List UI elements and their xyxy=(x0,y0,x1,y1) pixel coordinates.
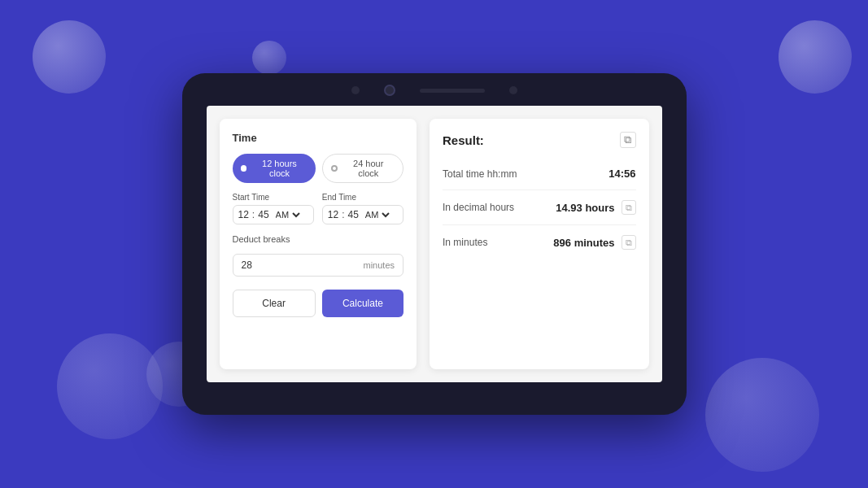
start-hours[interactable]: 12 xyxy=(238,209,249,220)
time-inputs-row: Start Time 12 : 45 AM PM End Time 12 xyxy=(233,193,404,224)
decorative-blob-2 xyxy=(252,41,286,75)
result-row-minutes: In minutes 896 minutes ⧉ xyxy=(443,225,635,259)
radio-dot-active xyxy=(241,165,247,172)
total-time-label: Total time hh:mm xyxy=(443,168,517,180)
copy-all-icon[interactable]: ⧉ xyxy=(620,132,636,148)
end-colon: : xyxy=(342,209,344,220)
24-hour-clock-option[interactable]: 24 hour clock xyxy=(322,154,403,183)
start-time-label: Start Time xyxy=(233,193,314,202)
calculate-button[interactable]: Calculate xyxy=(322,290,403,317)
24-hour-label: 24 hour clock xyxy=(342,159,395,178)
copy-decimal-hours-icon[interactable]: ⧉ xyxy=(622,200,636,215)
12-hour-label: 12 hours clock xyxy=(251,159,308,178)
start-period-select[interactable]: AM PM xyxy=(273,209,303,220)
copy-minutes-icon[interactable]: ⧉ xyxy=(622,235,636,250)
end-time-label: End Time xyxy=(322,193,403,202)
result-header: Result: ⧉ xyxy=(443,132,635,148)
decorative-blob-6 xyxy=(705,358,819,472)
break-value-input[interactable] xyxy=(242,259,364,271)
end-minutes[interactable]: 45 xyxy=(347,209,358,220)
left-panel: Time 12 hours clock 24 hour clock Start … xyxy=(220,119,417,369)
end-time-group: End Time 12 : 45 AM PM xyxy=(322,193,403,224)
total-time-value-group: 14:56 xyxy=(608,168,635,180)
start-minutes[interactable]: 45 xyxy=(258,209,268,220)
end-time-input-box[interactable]: 12 : 45 AM PM xyxy=(322,205,403,224)
decorative-blob-1 xyxy=(33,20,106,94)
decorative-blob-4 xyxy=(57,333,163,439)
minutes-value-group: 896 minutes ⧉ xyxy=(553,235,635,250)
decorative-blob-3 xyxy=(779,20,852,94)
end-hours[interactable]: 12 xyxy=(328,209,338,220)
12-hour-clock-option[interactable]: 12 hours clock xyxy=(233,154,316,183)
clear-button[interactable]: Clear xyxy=(233,290,316,317)
tablet-screen: Time 12 hours clock 24 hour clock Start … xyxy=(207,106,662,382)
camera-right-icon xyxy=(509,86,517,94)
camera-main-icon xyxy=(384,85,395,96)
deduct-breaks-label: Deduct breaks xyxy=(233,234,404,244)
decimal-hours-label: In decimal hours xyxy=(443,202,514,213)
decimal-hours-value: 14.93 hours xyxy=(556,202,614,214)
minutes-value: 896 minutes xyxy=(553,237,614,249)
start-time-input-box[interactable]: 12 : 45 AM PM xyxy=(233,205,314,224)
clock-options-group: 12 hours clock 24 hour clock xyxy=(233,154,404,183)
speaker-bar xyxy=(420,89,485,93)
result-row-decimal-hours: In decimal hours 14.93 hours ⧉ xyxy=(443,190,635,225)
camera-left-icon xyxy=(351,86,360,94)
result-row-total-time: Total time hh:mm 14:56 xyxy=(443,158,635,190)
tablet-device: Time 12 hours clock 24 hour clock Start … xyxy=(182,73,687,415)
start-colon: : xyxy=(252,209,255,220)
tablet-top-bar xyxy=(351,85,517,96)
radio-dot-inactive xyxy=(331,165,338,172)
result-title: Result: xyxy=(443,133,484,147)
right-panel: Result: ⧉ Total time hh:mm 14:56 In deci… xyxy=(430,119,648,369)
total-time-value: 14:56 xyxy=(608,168,635,180)
action-buttons-row: Clear Calculate xyxy=(233,290,404,317)
minutes-label: In minutes xyxy=(443,237,487,248)
decimal-hours-value-group: 14.93 hours ⧉ xyxy=(556,200,635,215)
break-unit: minutes xyxy=(364,260,395,270)
start-time-group: Start Time 12 : 45 AM PM xyxy=(233,193,314,224)
section-title: Time xyxy=(233,132,404,144)
end-period-select[interactable]: AM PM xyxy=(362,209,392,220)
break-input-box[interactable]: minutes xyxy=(233,254,404,277)
